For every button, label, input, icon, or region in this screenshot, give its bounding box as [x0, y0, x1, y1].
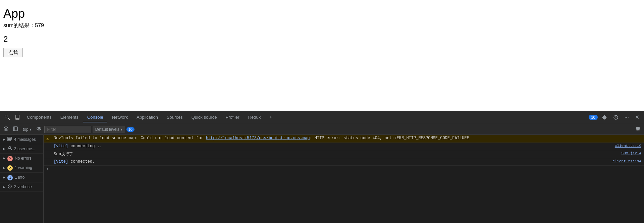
tab-components[interactable]: Components	[23, 113, 56, 122]
inspect-icon[interactable]	[3, 113, 12, 121]
svg-rect-5	[13, 127, 17, 131]
sum-source[interactable]: Sum.jsx:4	[622, 151, 641, 155]
tab-elements[interactable]: Elements	[56, 113, 83, 122]
devtools-toolbar-right: 10 ··· ✕	[589, 113, 641, 122]
info-icon: ℹ	[7, 174, 13, 180]
clear-console-button[interactable]	[2, 125, 10, 133]
eye-button[interactable]	[35, 126, 43, 133]
devtools-panel: Components Elements Console Network Appl…	[0, 111, 644, 223]
console-row-warning: ⚠ DevTools failed to load source map: Co…	[44, 135, 644, 143]
sidebar-info-label: 1 info	[15, 175, 24, 180]
context-dropdown-icon: ▾	[30, 127, 32, 132]
console-row-prompt[interactable]: ›	[44, 166, 644, 173]
close-button[interactable]: ✕	[633, 113, 641, 122]
console-toolbar-left: top ▾ Default levels ▾ 10	[2, 125, 633, 133]
tab-profiler[interactable]: Profiler	[222, 113, 244, 122]
bootstrap-map-link[interactable]: http://localhost:5173/css/bootstrap.css.…	[206, 136, 310, 141]
vite-connecting-source[interactable]: client.ts:19	[615, 144, 641, 148]
show-sidebar-button[interactable]	[11, 125, 19, 133]
tab-redux[interactable]: Redux	[244, 113, 265, 122]
app-sum: sum的结果：579	[3, 22, 641, 29]
error-icon: ✕	[7, 155, 13, 161]
sidebar-group-messages[interactable]: ▶ 4 messages	[0, 135, 43, 144]
devtools-toolbar: Components Elements Console Network Appl…	[0, 111, 644, 124]
add-tab-button[interactable]: +	[265, 113, 276, 122]
sidebar-messages-label: 4 messages	[14, 137, 36, 142]
console-settings-button[interactable]	[634, 125, 642, 134]
prompt-arrow: ›	[46, 167, 49, 171]
arrow-icon: ▶	[3, 147, 5, 151]
console-row-vite-connecting: [vite] connecting... client.ts:19	[44, 143, 644, 150]
app-title: App	[3, 7, 641, 21]
sidebar-group-warnings[interactable]: ▶ ⚠ 1 warning	[0, 163, 43, 173]
arrow-icon: ▶	[3, 156, 5, 160]
arrow-icon: ▶	[3, 175, 5, 179]
settings-button[interactable]	[600, 113, 609, 121]
console-row-vite-connected: [vite] connected. client.ts:134	[44, 158, 644, 166]
arrow-icon: ▶	[3, 166, 5, 170]
console-toolbar: top ▾ Default levels ▾ 10	[0, 124, 644, 135]
more-button[interactable]: ···	[623, 113, 631, 122]
warning-row-icon: ⚠	[46, 136, 52, 142]
user-icon	[7, 146, 12, 152]
filter-input[interactable]	[44, 126, 91, 133]
level-selector[interactable]: Default levels ▾	[93, 126, 125, 133]
arrow-icon: ▶	[3, 137, 5, 141]
vite-connecting-text: [vite] connecting...	[54, 144, 612, 149]
console-body: ▶ 4 messages ▶ 3 user me... ▶ ✕ No error…	[0, 135, 644, 223]
console-sidebar: ▶ 4 messages ▶ 3 user me... ▶ ✕ No error…	[0, 135, 44, 223]
sum-text: Sum执行了	[54, 151, 619, 157]
warning-icon: ⚠	[7, 165, 13, 171]
svg-rect-11	[8, 140, 10, 141]
device-icon[interactable]	[13, 113, 22, 121]
svg-rect-1	[16, 115, 19, 120]
console-row-sum: Sum执行了 Sum.jsx:4	[44, 150, 644, 158]
devtools-tabs: Components Elements Console Network Appl…	[3, 113, 588, 122]
sidebar-group-user[interactable]: ▶ 3 user me...	[0, 144, 43, 154]
warning-row-text: DevTools failed to load source map: Coul…	[54, 136, 641, 141]
vite-connected-source[interactable]: client.ts:134	[612, 159, 641, 163]
console-toolbar-right	[634, 125, 642, 134]
app-area: App sum的结果：579 2 点我	[0, 0, 644, 111]
verbose-icon	[7, 184, 12, 190]
level-label: Default levels	[95, 127, 119, 132]
sidebar-user-label: 3 user me...	[14, 147, 35, 151]
tab-application[interactable]: Application	[132, 113, 162, 122]
sidebar-group-info[interactable]: ▶ ℹ 1 info	[0, 173, 43, 182]
svg-rect-9	[8, 137, 12, 138]
console-badge: 10	[126, 127, 135, 132]
context-label: top	[23, 127, 29, 132]
arrow-icon: ▶	[3, 185, 5, 189]
svg-rect-0	[5, 115, 7, 117]
click-button[interactable]: 点我	[3, 48, 23, 57]
sidebar-group-errors[interactable]: ▶ ✕ No errors	[0, 154, 43, 163]
messages-icon	[7, 136, 12, 142]
sidebar-group-verbose[interactable]: ▶ 2 verbose	[0, 182, 43, 192]
tab-network[interactable]: Network	[108, 113, 132, 122]
svg-rect-10	[8, 138, 12, 140]
sidebar-warnings-label: 1 warning	[15, 165, 32, 170]
vite-connected-text: [vite] connected.	[54, 159, 610, 164]
level-dropdown-icon: ▾	[120, 127, 122, 132]
connect-button[interactable]	[611, 113, 621, 121]
notification-badge: 10	[589, 115, 597, 120]
tab-quick-source[interactable]: Quick source	[187, 113, 221, 122]
svg-point-7	[37, 127, 41, 130]
svg-point-8	[38, 128, 40, 129]
tab-console[interactable]: Console	[83, 113, 107, 122]
sidebar-verbose-label: 2 verbose	[14, 184, 32, 189]
context-selector[interactable]: top ▾	[21, 126, 34, 132]
app-number: 2	[3, 35, 641, 44]
sidebar-errors-label: No errors	[15, 156, 32, 161]
console-log-area: ⚠ DevTools failed to load source map: Co…	[44, 135, 644, 223]
tab-sources[interactable]: Sources	[163, 113, 187, 122]
